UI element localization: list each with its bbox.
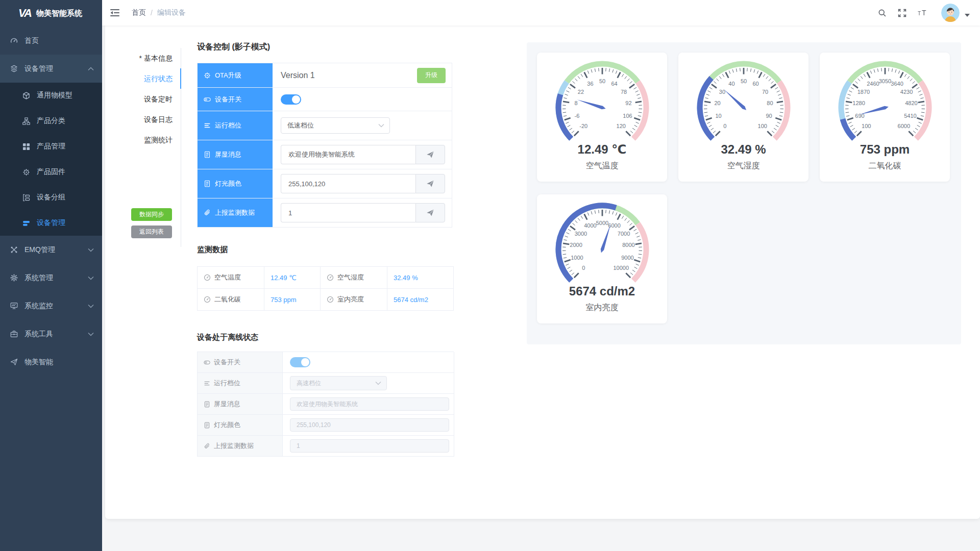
svg-text:22: 22	[577, 89, 583, 95]
app-logo[interactable]: VA 物美智能系统	[0, 0, 102, 27]
offline-message-input[interactable]	[290, 397, 449, 411]
back-to-list-button[interactable]: 返回列表	[131, 226, 172, 238]
chevron-down-icon	[88, 331, 94, 337]
gauge-value: 32.49 %	[721, 142, 766, 157]
switch-icon	[204, 96, 211, 103]
chevron-down-icon	[88, 303, 94, 309]
svg-text:6000: 6000	[608, 222, 620, 229]
side-actions: 数据同步 返回列表	[131, 208, 172, 243]
device-control-table: OTA升级 Version 1 升级 设备开关 运行档	[197, 63, 452, 228]
svg-text:120: 120	[616, 123, 625, 129]
send-report-button[interactable]	[415, 203, 445, 222]
sidebar-item-product-mgmt[interactable]: 产品管理	[0, 134, 102, 159]
avatar[interactable]	[941, 4, 960, 22]
svg-text:4000: 4000	[584, 222, 596, 229]
font-size-icon[interactable]: TT	[918, 9, 930, 17]
gauge-label: 空气温度	[586, 161, 619, 171]
tab-basic-info[interactable]: *基本信息	[105, 48, 181, 68]
svg-text:50: 50	[599, 78, 605, 84]
run-gear-select[interactable]: 低速档位	[281, 117, 390, 134]
svg-text:1870: 1870	[857, 89, 869, 95]
device-switch-toggle[interactable]	[281, 94, 301, 105]
sidebar-item-sys-tools[interactable]: 系统工具	[0, 320, 102, 348]
offline-color-label: 灯光颜色	[198, 415, 283, 436]
sidebar-item-home[interactable]: 首页	[0, 27, 102, 55]
gauge-icon	[204, 296, 211, 303]
monitor-chart-icon	[10, 302, 18, 310]
sidebar-item-wumei[interactable]: 物美智能	[0, 348, 102, 376]
svg-text:2000: 2000	[570, 242, 582, 248]
svg-text:8: 8	[574, 100, 577, 106]
offline-message-label: 屏显消息	[198, 394, 283, 415]
offline-table: 设备开关 运行档位 高速档位 屏显消息 灯光颜色	[197, 352, 454, 457]
report-label: 上报监测数据	[198, 198, 273, 227]
offline-report-input[interactable]	[290, 439, 449, 453]
data-sync-button[interactable]: 数据同步	[131, 208, 172, 221]
tab-monitor-stats[interactable]: 监测统计	[105, 130, 181, 150]
offline-switch-toggle[interactable]	[290, 357, 310, 367]
sidebar-item-sys-monitor[interactable]: 系统监控	[0, 292, 102, 320]
sidebar-item-product-category[interactable]: 产品分类	[0, 108, 102, 134]
svg-text:T: T	[922, 9, 926, 17]
offline-switch-label: 设备开关	[198, 352, 283, 373]
sidebar-item-device-group[interactable]: 设备分组	[0, 185, 102, 210]
gauge-icon	[204, 274, 211, 281]
sidebar-item-device-mgmt-active[interactable]: 设备管理	[0, 210, 102, 236]
sidebar-item-emq[interactable]: EMQ管理	[0, 236, 102, 264]
light-color-input[interactable]	[281, 174, 415, 193]
sidebar-item-product-firmware[interactable]: 产品固件	[0, 159, 102, 185]
list-icon	[204, 380, 210, 387]
offline-color-input[interactable]	[290, 418, 449, 432]
svg-text:92: 92	[625, 100, 631, 106]
brightness-gauge: 0100020003000400050006000700080009000100…	[546, 199, 658, 289]
monitor-title: 监测数据	[197, 245, 228, 255]
svg-text:8000: 8000	[622, 242, 634, 248]
svg-text:4820: 4820	[905, 100, 917, 106]
svg-text:40: 40	[728, 81, 734, 87]
offline-gear-select[interactable]: 高速档位	[290, 376, 387, 390]
breadcrumb: 首页 / 编辑设备	[132, 8, 186, 17]
svg-text:50: 50	[740, 78, 746, 84]
breadcrumb-home[interactable]: 首页	[132, 8, 146, 17]
search-icon[interactable]	[878, 9, 887, 17]
send-message-button[interactable]	[415, 145, 445, 164]
avatar-caret-icon[interactable]	[965, 13, 970, 18]
sidebar-fold-icon[interactable]	[110, 8, 119, 17]
color-label: 灯光颜色	[198, 169, 273, 198]
layers-icon	[10, 65, 18, 72]
svg-text:70: 70	[762, 89, 768, 95]
svg-text:0: 0	[582, 265, 585, 271]
svg-text:10: 10	[715, 113, 721, 119]
screen-message-input[interactable]	[281, 145, 415, 164]
svg-text:T: T	[918, 11, 921, 16]
gauge-card-temperature: -20-68223650647892106120 12.49 ℃ 空气温度	[537, 53, 667, 182]
app-title: 物美智能系统	[36, 9, 82, 18]
device-bars-icon	[22, 219, 30, 227]
document-icon	[204, 422, 210, 429]
send-color-button[interactable]	[415, 174, 445, 193]
gauge-value: 12.49 ℃	[578, 142, 627, 157]
chevron-down-icon	[88, 247, 94, 253]
list-icon	[204, 122, 211, 129]
fullscreen-icon[interactable]	[898, 9, 906, 17]
monitor-label-temp: 空气温度	[198, 267, 264, 289]
svg-text:5410: 5410	[904, 113, 916, 119]
sidebar-item-device-mgmt[interactable]: 设备管理	[0, 55, 102, 83]
tab-device-timer[interactable]: 设备定时	[105, 89, 181, 109]
svg-text:-20: -20	[579, 123, 587, 129]
chevron-down-icon	[375, 380, 381, 386]
svg-text:2460: 2460	[867, 81, 879, 87]
tab-run-status[interactable]: 运行状态	[105, 68, 181, 89]
sidebar-item-sys-mgmt[interactable]: 系统管理	[0, 264, 102, 292]
monitor-value-temp: 12.49 ℃	[264, 267, 321, 289]
svg-text:36: 36	[587, 81, 593, 87]
sidebar-item-thing-model[interactable]: 通用物模型	[0, 83, 102, 108]
paper-plane-icon	[10, 358, 18, 366]
chevron-down-icon	[378, 122, 384, 129]
upgrade-button[interactable]: 升级	[417, 68, 446, 83]
tab-device-log[interactable]: 设备日志	[105, 109, 181, 130]
gauge-icon	[327, 296, 334, 303]
report-data-input[interactable]	[281, 203, 415, 222]
svg-text:1000: 1000	[571, 255, 583, 261]
svg-text:60: 60	[752, 81, 758, 87]
